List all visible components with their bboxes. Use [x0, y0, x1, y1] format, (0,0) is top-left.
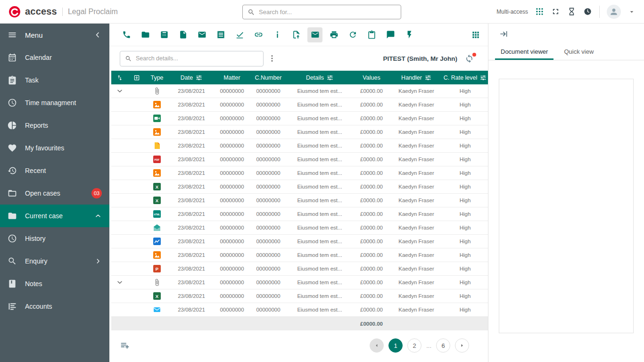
image-icon[interactable] [153, 251, 161, 259]
clipboard-icon[interactable] [364, 27, 379, 42]
image-icon[interactable] [153, 101, 161, 108]
menu-header[interactable]: Menu [0, 24, 109, 46]
table-row[interactable]: 23/08/20210000000000000000Eiusmod tem es… [111, 139, 488, 153]
column-header-cnumber[interactable]: C.Number [250, 71, 287, 84]
link-icon[interactable] [251, 27, 266, 42]
fax-icon[interactable] [157, 27, 172, 42]
table-row[interactable]: P23/08/20210000000000000000Eiusmod tem e… [111, 262, 488, 276]
email-open-icon[interactable] [153, 224, 161, 231]
mail-icon[interactable] [194, 27, 209, 42]
collapse-panel-icon[interactable] [499, 29, 508, 39]
expand-chevron-icon[interactable] [116, 279, 124, 286]
kebab-menu-icon[interactable] [268, 54, 276, 63]
chart-icon[interactable] [153, 238, 161, 245]
expand-chevron-icon[interactable] [116, 87, 124, 95]
table-row[interactable]: 23/08/20210000000000000000Eiusmod tem es… [111, 248, 488, 262]
sidebar-item-open-cases[interactable]: Open cases03 [0, 182, 109, 205]
table-row[interactable]: 23/08/20210000000000000000Eiusmod tem es… [111, 221, 488, 235]
html-icon[interactable]: HTML [153, 210, 161, 218]
avatar[interactable] [607, 5, 621, 19]
sidebar-item-enquiry[interactable]: Enquiry [0, 250, 109, 272]
table-row[interactable]: 23/08/20210000000000000000Eiusmod tem es… [111, 98, 488, 112]
excel-icon[interactable]: X [153, 183, 161, 190]
folder-icon[interactable] [138, 27, 153, 42]
document-icon[interactable] [175, 27, 190, 42]
column-header-values[interactable]: Values [353, 71, 390, 84]
next-page-button[interactable] [455, 338, 469, 353]
page-button-1[interactable]: 1 [388, 338, 403, 353]
column-header-type[interactable]: Type [145, 71, 169, 84]
lightning-icon[interactable] [402, 27, 417, 42]
page-button-6[interactable]: 6 [436, 338, 450, 353]
document-export-icon[interactable] [289, 27, 304, 42]
sort-icon[interactable] [116, 74, 123, 81]
page-button-2[interactable]: 2 [407, 338, 421, 353]
attachment-icon[interactable] [153, 279, 161, 286]
video-icon[interactable] [153, 115, 161, 122]
sidebar-item-recent[interactable]: Recent [0, 159, 109, 182]
table-row[interactable]: X23/08/20210000000000000000Eiusmod tem e… [111, 194, 488, 207]
filter-icon[interactable] [425, 74, 431, 81]
table-row[interactable]: X23/08/20210000000000000000Eiusmod tem e… [111, 180, 488, 194]
add-row-icon[interactable] [133, 74, 140, 81]
sidebar-item-current-case[interactable]: Current case [0, 205, 109, 227]
table-row[interactable]: 23/08/20210000000000000000Eiusmod tem es… [111, 276, 488, 289]
chat-icon[interactable] [383, 27, 398, 42]
powerpoint-icon[interactable]: P [153, 265, 161, 272]
phone-icon[interactable] [119, 27, 134, 42]
receipt-icon[interactable] [213, 27, 228, 42]
sync-icon[interactable] [465, 54, 474, 63]
info-icon[interactable] [270, 27, 285, 42]
column-header-date[interactable]: Date [169, 71, 214, 84]
sidebar-item-time-managment[interactable]: Time managment [0, 91, 109, 114]
global-search[interactable] [242, 5, 401, 19]
excel-icon[interactable]: X [153, 292, 161, 300]
envelope-icon[interactable] [153, 306, 161, 313]
table-row[interactable]: 23/08/20210000000000000000Eiusmod tem es… [111, 84, 488, 98]
column-header-details[interactable]: Details [287, 71, 353, 84]
excel-icon[interactable]: X [153, 197, 161, 204]
image-icon[interactable] [153, 169, 161, 177]
table-row[interactable]: X23/08/20210000000000000000Eiusmod tem e… [111, 289, 488, 303]
sidebar-item-accounts[interactable]: Accounts [0, 295, 109, 318]
signature-icon[interactable] [232, 27, 247, 42]
envelope-icon[interactable] [307, 27, 322, 42]
apps-dots-icon[interactable] [535, 7, 544, 16]
sidebar-item-my-favourites[interactable]: My favourites [0, 137, 109, 159]
filter-icon[interactable] [196, 74, 202, 81]
table-row[interactable]: 23/08/20210000000000000000Eiusmod tem es… [111, 112, 488, 125]
tab-quick-view[interactable]: Quick view [558, 44, 599, 60]
table-row[interactable]: 23/08/20210000000000000000Eiusmod tem es… [111, 125, 488, 139]
hamburger-icon[interactable] [8, 30, 17, 40]
apps-grid-icon[interactable] [471, 30, 480, 40]
sidebar-item-notes[interactable]: Notes [0, 272, 109, 295]
table-row[interactable]: 23/08/20210000000000000000Eiusmod tem es… [111, 303, 488, 317]
refresh-icon[interactable] [345, 27, 360, 42]
pdf-icon[interactable]: PDF [153, 156, 161, 163]
add-list-icon[interactable] [120, 340, 130, 351]
table-row[interactable]: HTML23/08/20210000000000000000Eiusmod te… [111, 207, 488, 221]
details-search-input[interactable] [136, 55, 258, 62]
filter-icon[interactable] [327, 74, 333, 81]
column-header-rate[interactable]: C. Rate level [442, 71, 488, 84]
tab-document-viewer[interactable]: Document viewer [495, 44, 553, 60]
sidebar-item-calendar[interactable]: Calendar [0, 46, 109, 69]
table-row[interactable]: 23/08/20210000000000000000Eiusmod tem es… [111, 235, 488, 248]
column-header-matter[interactable]: Matter [214, 71, 250, 84]
caret-down-icon[interactable] [628, 8, 636, 16]
column-header-handler[interactable]: Handler [390, 71, 442, 84]
global-search-input[interactable] [259, 8, 396, 16]
table-row[interactable]: PDF23/08/20210000000000000000Eiusmod tem… [111, 153, 488, 166]
sidebar-item-history[interactable]: History [0, 227, 109, 250]
sidebar-item-task[interactable]: Task [0, 69, 109, 91]
timer-icon[interactable] [583, 7, 592, 16]
filter-icon[interactable] [480, 74, 487, 81]
hourglass-icon[interactable] [567, 7, 576, 16]
prev-page-button[interactable] [370, 338, 384, 353]
sidebar-item-reports[interactable]: Reports [0, 114, 109, 137]
file-icon[interactable] [153, 142, 161, 149]
printer-icon[interactable] [326, 27, 341, 42]
fullscreen-icon[interactable] [551, 7, 560, 16]
image-icon[interactable] [153, 128, 161, 136]
collapse-chevron-left-icon[interactable] [93, 31, 102, 39]
